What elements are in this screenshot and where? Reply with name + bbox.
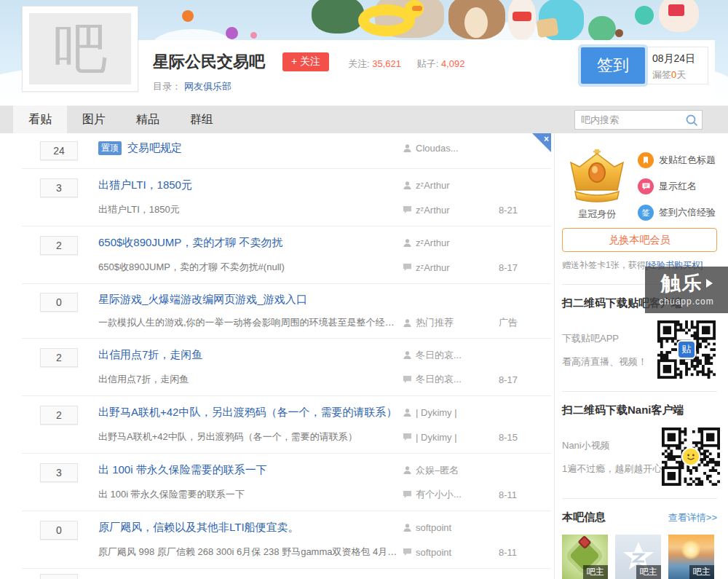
last-replier[interactable]: zᶻArthur xyxy=(403,205,499,216)
table-row: 2 出信用点7折，走闲鱼 冬日的哀... 出信用点7折，走闲鱼 冬日的哀... xyxy=(22,339,551,396)
sidebar-divider xyxy=(562,391,717,392)
last-replier[interactable]: softpoint xyxy=(403,547,499,558)
banner-bush xyxy=(588,16,616,42)
follow-button[interactable]: + 关注 xyxy=(282,52,329,71)
nani-qr-heading: 扫二维码下载Nani客户端 xyxy=(562,403,717,417)
tab-groups[interactable]: 群组 xyxy=(175,106,229,133)
crown-icon xyxy=(563,148,630,203)
user-icon xyxy=(403,318,412,328)
table-row: 2 650$收890JUMP，卖的才聊 不卖勿扰 zᶻArthur 650$收8… xyxy=(22,227,551,284)
user-icon xyxy=(403,143,412,153)
manager-item[interactable]: 吧主 oXlIXIlo xyxy=(668,535,714,579)
thread-title[interactable]: 出猎户LTI，1850元 xyxy=(98,178,403,192)
thread-title[interactable]: 650$收890JUMP，卖的才聊 不卖勿扰 xyxy=(98,236,403,250)
banner-dot xyxy=(182,10,194,22)
table-row: 3 出 100i 带永久保险需要的联系一下 众娱–匿名 出 100i 带永久保险… xyxy=(22,454,551,511)
tieba-forum-page: 吧 星际公民交易吧 + 关注 关注: 35,621 贴子: 4,092 目录：网… xyxy=(0,0,728,579)
signin-button[interactable]: 签到 xyxy=(581,47,645,84)
reply-count: 3 xyxy=(40,178,78,197)
thread-author[interactable]: softpoint xyxy=(403,522,499,533)
table-row-partial xyxy=(22,569,551,579)
last-replier[interactable]: 有个小小... xyxy=(403,488,499,501)
last-replier[interactable]: 冬日的哀... xyxy=(403,373,499,386)
tieba-qr-code: 贴 xyxy=(657,320,716,379)
banner-dot xyxy=(250,32,257,39)
catalog-link[interactable]: 网友俱乐部 xyxy=(184,81,232,92)
banner-character xyxy=(312,0,364,34)
forum-info-heading: 本吧信息 xyxy=(562,511,606,524)
thread-title[interactable]: 出野马A联机+42中队，另出渡鸦码（各一个，需要的请联系） xyxy=(98,406,403,420)
crown-label: 皇冠身份 xyxy=(562,208,632,221)
user-icon xyxy=(403,408,412,417)
reply-icon xyxy=(403,205,412,214)
avatar: 吧主 xyxy=(615,535,661,579)
tieba-qr-line2: 看高清直播、视频！ xyxy=(562,355,657,369)
forum-avatar-placeholder: 吧 xyxy=(29,13,131,84)
search-icon[interactable] xyxy=(685,114,698,127)
tab-featured[interactable]: 精品 xyxy=(121,106,175,133)
thread-title[interactable]: 置顶 交易吧规定 xyxy=(98,141,403,155)
user-icon xyxy=(403,523,412,532)
view-details-link[interactable]: 查看详情>> xyxy=(668,511,717,524)
banner-dot xyxy=(635,6,654,25)
table-row: 2 出野马A联机+42中队，另出渡鸦码（各一个，需要的请联系） | Dykimy… xyxy=(22,396,551,454)
follow-count-label: 关注: xyxy=(348,58,370,69)
user-icon xyxy=(403,238,412,248)
search-input[interactable] xyxy=(575,111,677,129)
signin-info: 08月24日 漏签0天 xyxy=(645,47,708,84)
thread-title[interactable]: 出 100i 带永久保险需要的联系一下 xyxy=(98,463,403,477)
thread-abstract: 一款模拟人生的游戏,你的一举一动将会影响周围的环境甚至是整个经济系统!绚丽的..… xyxy=(98,316,403,329)
avatar: 吧主 xyxy=(668,535,714,579)
last-replier[interactable]: zᶻArthur xyxy=(403,262,499,273)
reply-icon xyxy=(403,548,412,556)
sidebar: 皇冠身份 发贴红色标题 显示红名 签 xyxy=(562,133,717,579)
manager-item[interactable]: 吧主 Cloudas... xyxy=(562,535,608,579)
thread-abstract: 出野马A联机+42中队，另出渡鸦码（各一个，需要的请联系） xyxy=(98,430,403,444)
thread-title[interactable]: 原厂飓风，信赖以及其他非LTI船便宜卖。 xyxy=(98,521,403,535)
thread-author[interactable]: zᶻArthur xyxy=(403,237,499,248)
catalog-label: 目录： xyxy=(153,81,181,92)
manager-item[interactable]: 吧主 CloudasI... xyxy=(615,535,661,579)
reply-icon xyxy=(403,490,412,499)
perk-red-name: 显示红名 xyxy=(638,178,716,194)
play-icon xyxy=(706,279,713,288)
nani-qr-line2: 1遍不过瘾，越刷越开心 xyxy=(562,462,662,476)
last-reply-date: 8-17 xyxy=(499,374,537,385)
thread-title[interactable]: 星际游戏_火爆端游改编网页游戏_游戏入口 xyxy=(98,293,537,307)
tab-posts[interactable]: 看贴 xyxy=(13,106,67,133)
table-row: 24 置顶 交易吧规定 Cloudas... xyxy=(22,133,551,169)
thread-author[interactable]: 冬日的哀... xyxy=(403,349,499,362)
content-divider xyxy=(554,133,555,579)
thread-author[interactable]: 热门推荐 xyxy=(403,316,499,329)
thread-abstract: 出猎户LTI，1850元 xyxy=(98,203,403,216)
manager-badge: 吧主 xyxy=(583,565,608,579)
reply-count: 0 xyxy=(40,521,78,540)
thread-author[interactable]: zᶻArthur xyxy=(403,180,499,191)
chat-icon xyxy=(638,178,654,194)
table-row: 3 出猎户LTI，1850元 zᶻArthur 出猎户LTI，1850元 zᶻA… xyxy=(22,169,551,227)
thread-author[interactable]: 众娱–匿名 xyxy=(403,464,499,477)
last-reply-date: 8-21 xyxy=(499,205,537,216)
signin-missed-days: 漏签0天 xyxy=(652,68,708,82)
reply-count: 2 xyxy=(40,406,78,425)
last-replier[interactable]: | Dykimy | xyxy=(403,432,499,443)
manager-badge: 吧主 xyxy=(636,565,661,579)
thread-title[interactable]: 出信用点7折，走闲鱼 xyxy=(98,348,403,362)
reply-count: 24 xyxy=(40,141,78,160)
close-icon[interactable]: × xyxy=(532,133,551,152)
user-icon xyxy=(403,350,412,360)
thread-author[interactable]: | Dykimy | xyxy=(403,407,499,418)
banner-dot xyxy=(226,27,238,39)
thread-abstract: 650$收890JUMP，卖的才聊 不卖勿扰#(null) xyxy=(98,261,403,274)
nani-app-logo xyxy=(681,447,700,466)
reply-count: 3 xyxy=(40,463,78,482)
table-row-ad: 0 星际游戏_火爆端游改编网页游戏_游戏入口 一款模拟人生的游戏,你的一举一动将… xyxy=(22,284,551,339)
tab-pictures[interactable]: 图片 xyxy=(67,106,121,133)
thread-abstract: 出 100i 带永久保险需要的联系一下 xyxy=(98,488,403,501)
forum-stats: 关注: 35,621 贴子: 4,092 xyxy=(348,58,478,71)
exchange-member-button[interactable]: 兑换本吧会员 xyxy=(562,228,717,252)
nani-qr-code xyxy=(662,428,720,486)
thread-author[interactable]: Cloudas... xyxy=(403,143,499,154)
table-row: 0 原厂飓风，信赖以及其他非LTI船便宜卖。 softpoint 原厂飓风 99… xyxy=(22,511,551,569)
perk-signin-exp: 签 签到六倍经验 xyxy=(638,205,716,221)
